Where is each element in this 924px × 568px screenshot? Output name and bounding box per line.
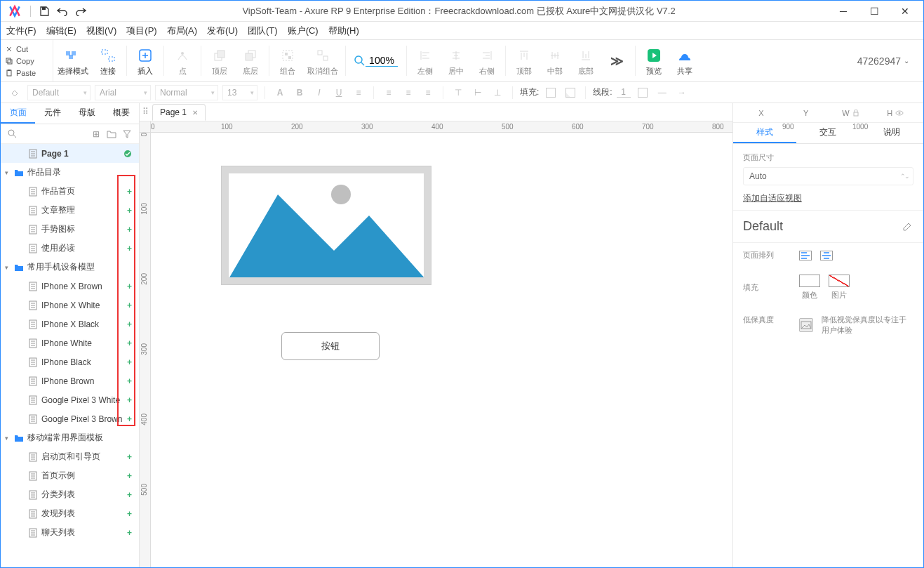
align-bottom-button[interactable]: 底部 bbox=[570, 40, 601, 81]
account-dropdown[interactable]: 47262947⌄ bbox=[852, 55, 915, 67]
menu-publish[interactable]: 发布(U) bbox=[207, 25, 238, 37]
tree-folder[interactable]: ▾作品目录 bbox=[1, 163, 139, 182]
align-right-text-icon[interactable]: ≡ bbox=[420, 85, 436, 100]
underline-icon[interactable]: U bbox=[331, 85, 347, 100]
filter-icon[interactable] bbox=[119, 126, 135, 142]
tree-page[interactable]: 文章整理+ bbox=[1, 201, 139, 220]
add-icon[interactable]: + bbox=[127, 206, 132, 216]
align-top-button[interactable]: 顶部 bbox=[509, 40, 540, 81]
menu-team[interactable]: 团队(T) bbox=[248, 25, 278, 37]
zoom-control[interactable] bbox=[349, 40, 403, 81]
close-button[interactable]: ✕ bbox=[890, 1, 920, 21]
add-page-icon[interactable]: ⊞ bbox=[88, 126, 104, 142]
tree-page[interactable]: IPhone X White+ bbox=[1, 296, 139, 315]
tree-page[interactable]: 作品首页+ bbox=[1, 182, 139, 201]
bold-icon[interactable]: B bbox=[292, 85, 307, 100]
valign-bot-icon[interactable]: ⊥ bbox=[490, 85, 505, 100]
zoom-input[interactable] bbox=[366, 55, 398, 67]
bring-front-button[interactable]: 顶层 bbox=[204, 40, 235, 81]
add-icon[interactable]: + bbox=[127, 414, 132, 424]
fill-color-icon[interactable] bbox=[543, 85, 558, 100]
connect-button[interactable]: 连接 bbox=[93, 40, 123, 81]
tab-master[interactable]: 母版 bbox=[70, 103, 105, 124]
paste-button[interactable]: Paste bbox=[5, 67, 48, 79]
align-left-button[interactable]: 左侧 bbox=[410, 40, 441, 81]
add-icon[interactable]: + bbox=[127, 319, 132, 329]
search-icon[interactable] bbox=[5, 126, 20, 142]
share-button[interactable]: 共享 bbox=[669, 40, 700, 81]
menu-file[interactable]: 文件(F) bbox=[6, 25, 36, 37]
align-right-button[interactable]: 右侧 bbox=[471, 40, 502, 81]
tree-page[interactable]: IPhone Black+ bbox=[1, 352, 139, 371]
more-button[interactable]: ≫ bbox=[601, 40, 632, 81]
preview-button[interactable]: 预览 bbox=[638, 40, 669, 81]
tree-page[interactable]: 发现列表+ bbox=[1, 504, 139, 523]
weight-select[interactable]: Normal bbox=[155, 85, 218, 100]
page-size-select[interactable]: Auto bbox=[743, 167, 913, 185]
stroke-style-icon[interactable]: — bbox=[655, 85, 670, 100]
align-left-page-icon[interactable] bbox=[799, 251, 812, 260]
menu-help[interactable]: 帮助(H) bbox=[328, 25, 359, 37]
add-icon[interactable]: + bbox=[127, 471, 132, 481]
align-center-page-icon[interactable] bbox=[820, 251, 833, 260]
add-icon[interactable]: + bbox=[127, 452, 132, 462]
edit-style-icon[interactable] bbox=[902, 222, 913, 232]
preset-select[interactable]: Default bbox=[27, 85, 91, 100]
add-icon[interactable]: + bbox=[127, 225, 132, 235]
tree-page[interactable]: Page 1 bbox=[1, 144, 139, 163]
italic-icon[interactable]: I bbox=[312, 85, 327, 100]
align-left-text-icon[interactable]: ≡ bbox=[381, 85, 396, 100]
bullets-icon[interactable]: ≡ bbox=[351, 85, 366, 100]
menu-view[interactable]: 视图(V) bbox=[86, 25, 116, 37]
close-tab-icon[interactable]: ✕ bbox=[192, 109, 198, 117]
tree-page[interactable]: 手势图标+ bbox=[1, 220, 139, 239]
stroke-width[interactable]: 1 bbox=[617, 87, 631, 98]
fill-color-swatch[interactable] bbox=[799, 275, 820, 287]
insert-button[interactable]: 插入 bbox=[130, 40, 161, 81]
add-icon[interactable]: + bbox=[127, 357, 132, 367]
fill-image-icon[interactable] bbox=[563, 85, 578, 100]
ungroup-button[interactable]: 取消组合 bbox=[303, 40, 342, 81]
stroke-color-icon[interactable] bbox=[635, 85, 650, 100]
tree-page[interactable]: IPhone X Brown+ bbox=[1, 277, 139, 296]
font-select[interactable]: Arial bbox=[95, 85, 151, 100]
tree-page[interactable]: 启动页和引导页+ bbox=[1, 447, 139, 466]
align-center-text-icon[interactable]: ≡ bbox=[401, 85, 416, 100]
send-back-button[interactable]: 底层 bbox=[235, 40, 266, 81]
select-mode-button[interactable]: 选择模式 bbox=[53, 40, 93, 81]
font-color-icon[interactable]: A bbox=[272, 85, 288, 100]
menu-arrange[interactable]: 布局(A) bbox=[167, 25, 197, 37]
align-middle-button[interactable]: 中部 bbox=[540, 40, 570, 81]
tab-page[interactable]: 页面 bbox=[1, 103, 35, 124]
maximize-button[interactable]: ☐ bbox=[859, 1, 890, 21]
add-icon[interactable]: + bbox=[127, 490, 132, 500]
align-center-button[interactable]: 居中 bbox=[441, 40, 471, 81]
canvas[interactable]: 按钮 bbox=[151, 133, 732, 567]
add-icon[interactable]: + bbox=[127, 338, 132, 348]
redo-icon[interactable] bbox=[72, 4, 90, 19]
add-icon[interactable]: + bbox=[127, 187, 132, 197]
button-widget[interactable]: 按钮 bbox=[281, 332, 380, 360]
add-icon[interactable]: + bbox=[127, 244, 132, 253]
valign-mid-icon[interactable]: ⊢ bbox=[470, 85, 486, 100]
add-icon[interactable]: + bbox=[127, 282, 132, 291]
add-icon[interactable]: + bbox=[127, 509, 132, 519]
tree-page[interactable]: Google Pixel 3 Brown+ bbox=[1, 409, 139, 428]
tree-page[interactable]: 使用必读+ bbox=[1, 239, 139, 258]
tab-outline[interactable]: 概要 bbox=[105, 103, 139, 124]
add-icon[interactable]: + bbox=[127, 528, 132, 538]
tree-folder[interactable]: ▾移动端常用界面模板 bbox=[1, 428, 139, 447]
copy-button[interactable]: Copy bbox=[5, 55, 48, 67]
add-folder-icon[interactable] bbox=[104, 126, 119, 142]
tab-interact[interactable]: 交互 bbox=[796, 123, 859, 143]
minimize-button[interactable]: ─ bbox=[828, 1, 859, 21]
add-icon[interactable]: + bbox=[127, 300, 132, 310]
add-icon[interactable]: + bbox=[127, 376, 132, 386]
style-painter-icon[interactable] bbox=[8, 85, 23, 100]
tree-page[interactable]: IPhone Brown+ bbox=[1, 371, 139, 390]
save-icon[interactable] bbox=[35, 4, 53, 19]
menu-edit[interactable]: 编辑(E) bbox=[46, 25, 76, 37]
cut-button[interactable]: Cut bbox=[5, 44, 48, 55]
visibility-icon[interactable] bbox=[895, 110, 904, 117]
canvas-tab[interactable]: Page 1 ✕ bbox=[152, 104, 206, 121]
